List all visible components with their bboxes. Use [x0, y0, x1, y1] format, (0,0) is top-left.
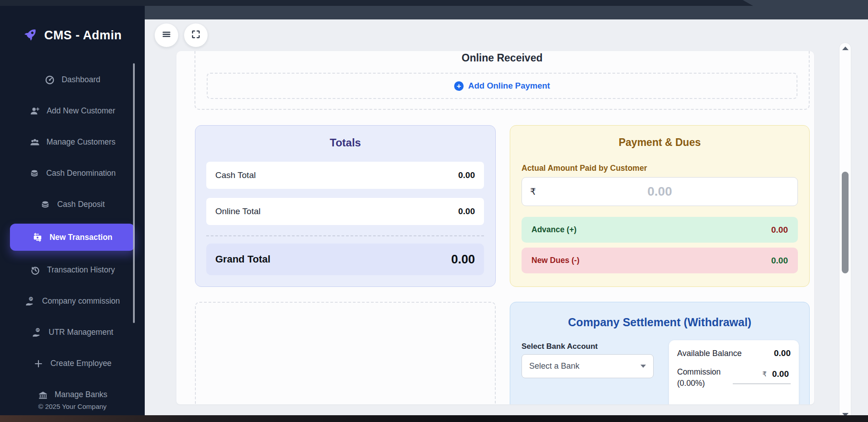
svg-text:$: $: [30, 297, 32, 300]
actual-amount-label: Actual Amount Paid by Customer: [522, 164, 647, 173]
actual-amount-field-wrap: ₹: [522, 177, 798, 206]
app-title: CMS - Admin: [44, 28, 122, 42]
actual-amount-input[interactable]: [522, 177, 798, 206]
bank-select[interactable]: Select a Bank: [522, 354, 654, 378]
transaction-form-panel: Online Received + Add Online Payment Tot…: [176, 51, 814, 404]
coins-icon: [40, 199, 51, 210]
sidebar-item-label: Dashboard: [62, 75, 100, 84]
available-balance-label: Available Balance: [677, 349, 742, 358]
advance-value: 0.00: [771, 225, 788, 235]
sidebar-item-label: Company commission: [42, 296, 120, 306]
cash-total-row: Cash Total 0.00: [206, 162, 484, 189]
sidebar-item-label: Cash Denomination: [46, 169, 116, 178]
online-received-title: Online Received: [195, 52, 809, 64]
new-dues-value: 0.00: [771, 256, 788, 266]
grand-total-row: Grand Total 0.00: [206, 244, 484, 275]
sidebar-nav: Dashboard Add New Customer Manage Custom…: [0, 64, 145, 401]
payment-dues-card: Payment & Dues Actual Amount Paid by Cus…: [510, 125, 810, 287]
sidebar-item-manage-customers[interactable]: Manage Customers: [0, 127, 145, 158]
plus-icon: [33, 358, 44, 369]
commission-field[interactable]: ₹ 0.00: [733, 366, 791, 384]
sidebar-item-company-commission[interactable]: $ Company commission: [0, 286, 145, 317]
cash-total-label: Cash Total: [215, 170, 256, 180]
main-content: Online Received + Add Online Payment Tot…: [145, 19, 868, 422]
advance-row: Advance (+) 0.00: [522, 217, 798, 243]
available-balance-value: 0.00: [774, 348, 791, 358]
rupee-icon: ₹: [530, 186, 536, 197]
bank-select-value: Select a Bank: [529, 361, 579, 371]
sidebar-item-label: Manage Banks: [55, 390, 108, 399]
balance-panel: Available Balance 0.00 Commission (0.00%…: [669, 340, 799, 404]
user-plus-icon: [29, 106, 40, 117]
chevron-down-icon: [640, 365, 646, 368]
sidebar-item-utr-management[interactable]: $ UTR Management: [0, 317, 145, 348]
coins-icon: [29, 168, 40, 179]
page-scrollbar[interactable]: [840, 43, 851, 420]
settlement-title: Company Settlement (Withdrawal): [510, 316, 809, 329]
sidebar-item-cash-denomination[interactable]: Cash Denomination: [0, 158, 145, 189]
sidebar-scrollbar[interactable]: [133, 63, 135, 323]
online-received-section: Online Received + Add Online Payment: [194, 51, 810, 110]
bank-icon: [38, 389, 48, 400]
payment-dues-title: Payment & Dues: [510, 136, 809, 149]
totals-divider: [206, 235, 484, 236]
sidebar-item-label: Transaction History: [47, 265, 115, 275]
select-bank-label: Select Bank Account: [522, 342, 598, 351]
hamburger-icon: [161, 29, 171, 41]
desktop-background-strip: [0, 415, 868, 422]
sidebar-item-new-transaction[interactable]: New Transaction: [10, 224, 135, 251]
scroll-up-icon[interactable]: [842, 47, 849, 50]
commission-label: Commission (0.00%): [677, 366, 731, 389]
rupee-icon: ₹: [762, 370, 767, 378]
add-online-payment-button[interactable]: + Add Online Payment: [207, 73, 797, 99]
browser-tab-strip: [0, 0, 753, 6]
sidebar: CMS - Admin Dashboard Add New Customer M…: [0, 6, 145, 422]
gauge-icon: [44, 75, 55, 85]
app-brand[interactable]: CMS - Admin: [0, 19, 145, 51]
sidebar-item-create-employee[interactable]: Create Employee: [0, 348, 145, 379]
available-balance-row: Available Balance 0.00: [677, 348, 791, 358]
sidebar-item-label: Create Employee: [50, 359, 111, 368]
sidebar-item-label: Manage Customers: [47, 137, 116, 147]
hand-dollar-icon: $: [25, 296, 36, 307]
cash-total-value: 0.00: [458, 170, 475, 180]
grand-total-value: 0.00: [451, 253, 475, 267]
online-total-value: 0.00: [458, 206, 475, 216]
rocket-logo-icon: [23, 27, 38, 44]
sidebar-footer: © 2025 Your Company: [0, 403, 145, 410]
sidebar-item-label: UTR Management: [49, 328, 114, 337]
sidebar-item-transaction-history[interactable]: Transaction History: [0, 254, 145, 286]
fullscreen-button[interactable]: [184, 23, 208, 47]
sidebar-item-label: Add New Customer: [47, 106, 115, 116]
sidebar-item-dashboard[interactable]: Dashboard: [0, 64, 145, 95]
new-dues-row: New Dues (-) 0.00: [522, 248, 798, 273]
svg-text:$: $: [36, 328, 38, 332]
totals-title: Totals: [195, 136, 495, 149]
money-transfer-icon: [32, 232, 43, 243]
commission-row: Commission (0.00%) ₹ 0.00: [677, 366, 791, 389]
fullscreen-icon: [191, 29, 201, 41]
users-icon: [29, 137, 40, 148]
plus-circle-icon: +: [454, 81, 464, 91]
totals-card: Totals Cash Total 0.00 Online Total 0.00…: [195, 125, 496, 287]
sidebar-item-label: Cash Deposit: [57, 200, 104, 209]
sidebar-item-manage-banks[interactable]: Manage Banks: [0, 379, 145, 401]
advance-label: Advance (+): [531, 225, 577, 234]
commission-value: 0.00: [772, 369, 789, 379]
new-dues-label: New Dues (-): [531, 256, 579, 265]
hand-dollar-icon: $: [32, 327, 43, 338]
scrollbar-thumb[interactable]: [842, 172, 849, 273]
online-total-label: Online Total: [215, 206, 261, 216]
empty-placeholder-section: [195, 302, 496, 404]
sidebar-item-label: New Transaction: [49, 233, 112, 242]
sidebar-item-cash-deposit[interactable]: Cash Deposit: [0, 189, 145, 220]
company-settlement-card: Company Settlement (Withdrawal) Select B…: [510, 302, 810, 404]
history-icon: [30, 265, 41, 276]
online-total-row: Online Total 0.00: [206, 198, 484, 225]
sidebar-item-add-new-customer[interactable]: Add New Customer: [0, 95, 145, 127]
grand-total-label: Grand Total: [215, 253, 270, 265]
add-online-payment-label: Add Online Payment: [468, 81, 550, 91]
menu-toggle-button[interactable]: [155, 23, 178, 47]
